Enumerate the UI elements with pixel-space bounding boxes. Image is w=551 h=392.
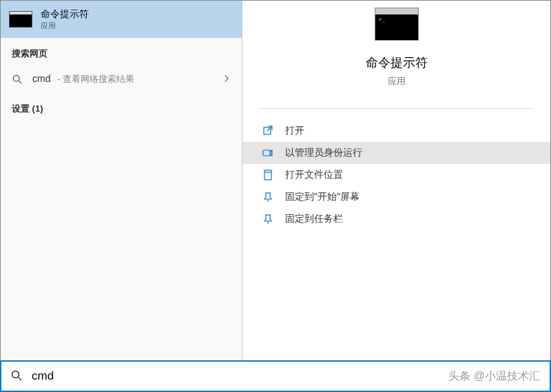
- settings-section-header: 设置 (1): [1, 93, 242, 121]
- best-match-title: 命令提示符: [41, 8, 89, 21]
- best-match-item[interactable]: 命令提示符 应用: [1, 1, 242, 38]
- detail-panel: 命令提示符 应用 打开: [242, 1, 550, 360]
- search-bar[interactable]: 头条 @小温技术汇: [0, 360, 551, 392]
- detail-cmd-icon: [375, 8, 419, 41]
- svg-rect-5: [264, 170, 271, 180]
- svg-line-3: [267, 126, 272, 131]
- action-run-as-admin[interactable]: 以管理员身份运行: [242, 142, 550, 164]
- cmd-icon: [9, 11, 32, 28]
- detail-subtitle: 应用: [388, 75, 406, 87]
- web-result-subtext: - 查看网络搜索结果: [57, 74, 134, 84]
- watermark-text: 头条 @小温技术汇: [448, 369, 540, 384]
- action-label: 固定到任务栏: [285, 213, 343, 225]
- open-icon: [262, 125, 274, 137]
- svg-point-0: [13, 75, 19, 81]
- web-section-header: 搜索网页: [1, 38, 242, 65]
- svg-line-12: [19, 378, 22, 381]
- best-match-text: 命令提示符 应用: [41, 8, 89, 31]
- action-pin-taskbar[interactable]: 固定到任务栏: [242, 208, 550, 230]
- svg-line-1: [19, 81, 21, 83]
- svg-point-11: [12, 371, 19, 378]
- chevron-right-icon: [222, 74, 231, 85]
- search-icon: [12, 74, 23, 85]
- action-label: 固定到"开始"屏幕: [285, 191, 360, 203]
- action-label: 以管理员身份运行: [285, 147, 362, 159]
- action-open-file-location[interactable]: 打开文件位置: [242, 164, 550, 186]
- action-list: 打开 以管理员身份运行 打开文件位置: [242, 109, 550, 241]
- svg-rect-4: [263, 150, 271, 156]
- search-icon: [11, 370, 23, 382]
- web-result-text: cmd - 查看网络搜索结果: [32, 73, 222, 85]
- action-label: 打开文件位置: [285, 169, 343, 181]
- action-pin-start[interactable]: 固定到"开始"屏幕: [242, 186, 550, 208]
- detail-title: 命令提示符: [366, 54, 428, 71]
- search-input[interactable]: [32, 369, 448, 383]
- pin-start-icon: [262, 191, 274, 203]
- pin-taskbar-icon: [262, 213, 274, 225]
- web-search-result[interactable]: cmd - 查看网络搜索结果: [1, 65, 242, 93]
- admin-icon: [262, 147, 274, 159]
- action-open[interactable]: 打开: [242, 120, 550, 142]
- best-match-subtitle: 应用: [41, 21, 89, 31]
- folder-icon: [262, 169, 274, 181]
- web-result-query: cmd: [32, 73, 50, 84]
- detail-header: 命令提示符 应用: [242, 1, 550, 108]
- action-label: 打开: [285, 125, 304, 137]
- left-results-panel: 命令提示符 应用 搜索网页 cmd - 查看网络搜索结果 设置 (1): [1, 1, 242, 360]
